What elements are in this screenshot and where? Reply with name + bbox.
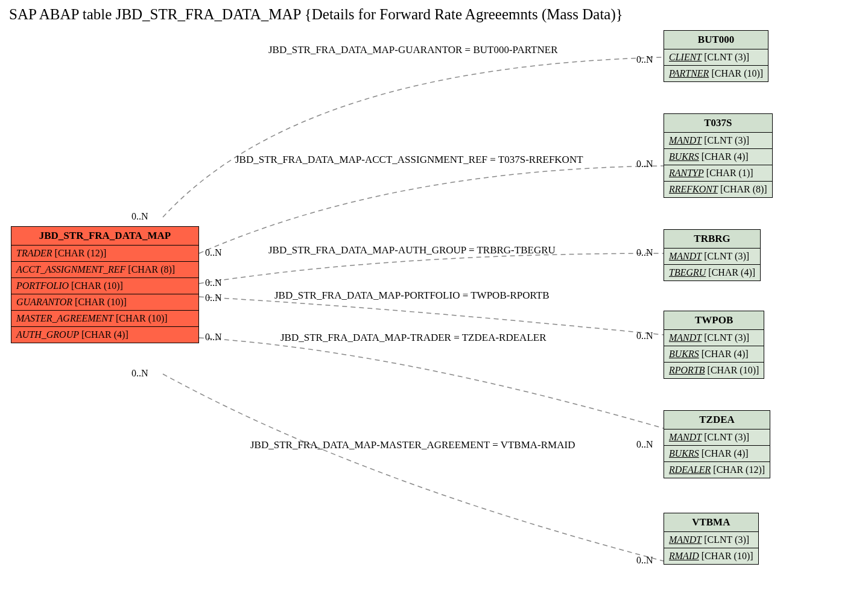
cardinality-label: 0..N [205,247,222,258]
entity-field: TRADER [CHAR (12)] [11,246,198,262]
cardinality-label: 0..N [205,293,222,303]
entity-tzdea: TZDEA MANDT [CLNT (3)] BUKRS [CHAR (4)] … [664,410,770,478]
cardinality-label: 0..N [131,211,148,222]
cardinality-label: 0..N [636,331,653,341]
entity-field: BUKRS [CHAR (4)] [664,346,764,363]
entity-header: BUT000 [664,31,768,49]
entity-field: BUKRS [CHAR (4)] [664,446,770,462]
entity-field: MASTER_AGREEMENT [CHAR (10)] [11,311,198,327]
cardinality-label: 0..N [636,54,653,65]
cardinality-label: 0..N [636,555,653,566]
entity-field: RPORTB [CHAR (10)] [664,363,764,378]
entity-field: MANDT [CLNT (3)] [664,249,760,265]
entity-field: PARTNER [CHAR (10)] [664,66,768,81]
entity-vtbma: VTBMA MANDT [CLNT (3)] RMAID [CHAR (10)] [664,513,759,565]
relation-label: JBD_STR_FRA_DATA_MAP-PORTFOLIO = TWPOB-R… [274,290,550,302]
entity-field: RDEALER [CHAR (12)] [664,462,770,478]
entity-trbrg: TRBRG MANDT [CLNT (3)] TBEGRU [CHAR (4)] [664,229,761,281]
entity-field: RANTYP [CHAR (1)] [664,165,772,182]
entity-field: PORTFOLIO [CHAR (10)] [11,278,198,294]
entity-field: RMAID [CHAR (10)] [664,548,758,564]
entity-field: MANDT [CLNT (3)] [664,133,772,149]
entity-field: AUTH_GROUP [CHAR (4)] [11,327,198,343]
entity-twpob: TWPOB MANDT [CLNT (3)] BUKRS [CHAR (4)] … [664,311,764,379]
cardinality-label: 0..N [131,368,148,379]
relation-label: JBD_STR_FRA_DATA_MAP-ACCT_ASSIGNMENT_REF… [235,154,583,166]
entity-field: BUKRS [CHAR (4)] [664,149,772,165]
entity-field: ACCT_ASSIGNMENT_REF [CHAR (8)] [11,262,198,278]
entity-but000: BUT000 CLIENT [CLNT (3)] PARTNER [CHAR (… [664,30,768,82]
entity-field: RREFKONT [CHAR (8)] [664,182,772,197]
entity-header: TZDEA [664,411,770,429]
entity-t037s: T037S MANDT [CLNT (3)] BUKRS [CHAR (4)] … [664,113,773,198]
entity-main-header: JBD_STR_FRA_DATA_MAP [11,227,198,246]
cardinality-label: 0..N [205,332,222,343]
entity-field: TBEGRU [CHAR (4)] [664,265,760,280]
entity-header: T037S [664,114,772,133]
cardinality-label: 0..N [636,159,653,170]
entity-field: MANDT [CLNT (3)] [664,330,764,346]
entity-field: MANDT [CLNT (3)] [664,429,770,446]
relation-label: JBD_STR_FRA_DATA_MAP-TRADER = TZDEA-RDEA… [280,332,546,344]
relation-label: JBD_STR_FRA_DATA_MAP-AUTH_GROUP = TRBRG-… [268,244,556,256]
entity-field: CLIENT [CLNT (3)] [664,49,768,66]
entity-header: TRBRG [664,230,760,249]
entity-header: VTBMA [664,513,758,532]
entity-field: GUARANTOR [CHAR (10)] [11,294,198,311]
diagram-title: SAP ABAP table JBD_STR_FRA_DATA_MAP {Det… [9,6,623,23]
relation-label: JBD_STR_FRA_DATA_MAP-GUARANTOR = BUT000-… [268,44,558,56]
cardinality-label: 0..N [636,247,653,258]
entity-field: MANDT [CLNT (3)] [664,532,758,548]
entity-main: JBD_STR_FRA_DATA_MAP TRADER [CHAR (12)] … [11,226,199,343]
cardinality-label: 0..N [205,277,222,288]
cardinality-label: 0..N [636,439,653,450]
relation-label: JBD_STR_FRA_DATA_MAP-MASTER_AGREEMENT = … [250,439,575,451]
entity-header: TWPOB [664,311,764,330]
